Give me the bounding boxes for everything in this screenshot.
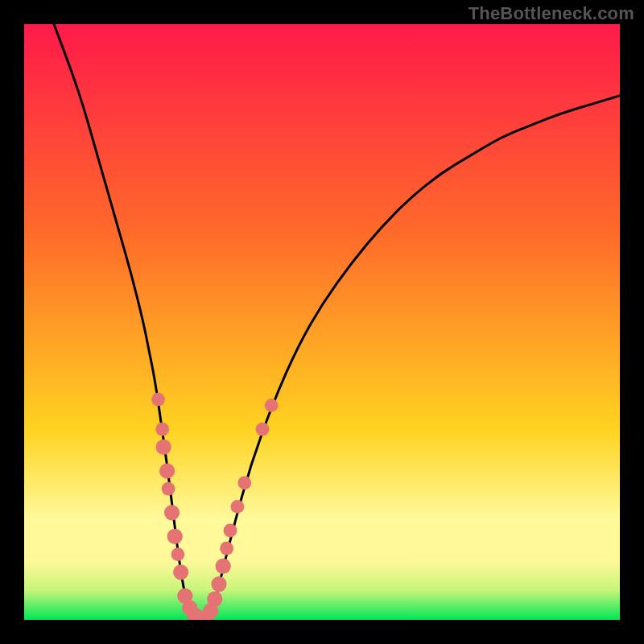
- data-dot: [162, 482, 175, 496]
- chart-svg: [24, 24, 620, 620]
- data-dot: [265, 398, 279, 412]
- data-dot: [155, 423, 169, 436]
- gradient-background: [24, 24, 620, 620]
- data-dot: [151, 393, 165, 407]
- plot-area: [24, 24, 620, 620]
- data-dot: [207, 592, 222, 607]
- data-dot: [167, 529, 183, 544]
- data-dot: [173, 564, 188, 580]
- data-dot: [224, 524, 237, 538]
- data-dot: [156, 440, 171, 455]
- data-dot: [164, 505, 180, 520]
- data-dot: [211, 576, 226, 592]
- data-dot: [231, 500, 245, 514]
- data-dot: [216, 559, 231, 574]
- data-dot: [220, 542, 233, 555]
- chart-frame: TheBottleneck.com: [0, 0, 644, 644]
- data-dot: [237, 476, 251, 489]
- data-dot: [159, 463, 175, 478]
- watermark-text: TheBottleneck.com: [469, 3, 634, 24]
- data-dot: [256, 423, 270, 436]
- data-dot: [171, 547, 185, 561]
